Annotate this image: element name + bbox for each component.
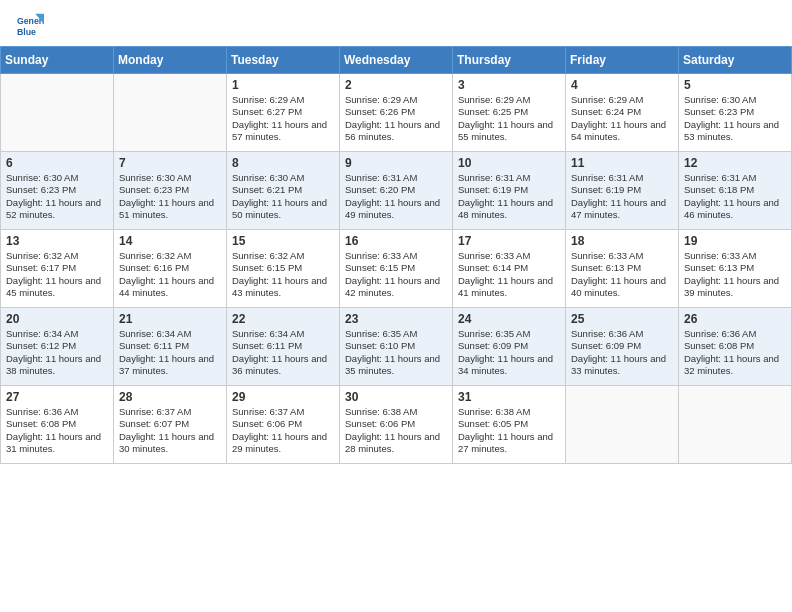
day-number: 3 <box>458 78 560 92</box>
day-info: Sunrise: 6:32 AMSunset: 6:16 PMDaylight:… <box>119 250 221 299</box>
calendar-cell: 3Sunrise: 6:29 AMSunset: 6:25 PMDaylight… <box>453 74 566 152</box>
calendar-cell: 24Sunrise: 6:35 AMSunset: 6:09 PMDayligh… <box>453 308 566 386</box>
day-info: Sunrise: 6:35 AMSunset: 6:09 PMDaylight:… <box>458 328 560 377</box>
header: General Blue <box>0 0 792 46</box>
day-number: 14 <box>119 234 221 248</box>
day-info: Sunrise: 6:37 AMSunset: 6:06 PMDaylight:… <box>232 406 334 455</box>
day-number: 5 <box>684 78 786 92</box>
day-number: 30 <box>345 390 447 404</box>
calendar-cell: 31Sunrise: 6:38 AMSunset: 6:05 PMDayligh… <box>453 386 566 464</box>
day-info: Sunrise: 6:36 AMSunset: 6:08 PMDaylight:… <box>684 328 786 377</box>
day-number: 11 <box>571 156 673 170</box>
weekday-header-monday: Monday <box>114 47 227 74</box>
calendar-week-row: 1Sunrise: 6:29 AMSunset: 6:27 PMDaylight… <box>1 74 792 152</box>
day-info: Sunrise: 6:38 AMSunset: 6:05 PMDaylight:… <box>458 406 560 455</box>
calendar-cell: 18Sunrise: 6:33 AMSunset: 6:13 PMDayligh… <box>566 230 679 308</box>
calendar-cell: 12Sunrise: 6:31 AMSunset: 6:18 PMDayligh… <box>679 152 792 230</box>
day-info: Sunrise: 6:34 AMSunset: 6:11 PMDaylight:… <box>232 328 334 377</box>
day-number: 23 <box>345 312 447 326</box>
calendar-cell: 17Sunrise: 6:33 AMSunset: 6:14 PMDayligh… <box>453 230 566 308</box>
calendar-cell: 25Sunrise: 6:36 AMSunset: 6:09 PMDayligh… <box>566 308 679 386</box>
calendar-week-row: 6Sunrise: 6:30 AMSunset: 6:23 PMDaylight… <box>1 152 792 230</box>
calendar-header-row: SundayMondayTuesdayWednesdayThursdayFrid… <box>1 47 792 74</box>
calendar-cell: 29Sunrise: 6:37 AMSunset: 6:06 PMDayligh… <box>227 386 340 464</box>
calendar-cell: 10Sunrise: 6:31 AMSunset: 6:19 PMDayligh… <box>453 152 566 230</box>
calendar-week-row: 20Sunrise: 6:34 AMSunset: 6:12 PMDayligh… <box>1 308 792 386</box>
day-info: Sunrise: 6:32 AMSunset: 6:17 PMDaylight:… <box>6 250 108 299</box>
logo-icon: General Blue <box>16 12 44 40</box>
day-number: 17 <box>458 234 560 248</box>
day-number: 13 <box>6 234 108 248</box>
calendar-cell: 11Sunrise: 6:31 AMSunset: 6:19 PMDayligh… <box>566 152 679 230</box>
day-number: 8 <box>232 156 334 170</box>
calendar-cell: 15Sunrise: 6:32 AMSunset: 6:15 PMDayligh… <box>227 230 340 308</box>
day-info: Sunrise: 6:29 AMSunset: 6:27 PMDaylight:… <box>232 94 334 143</box>
calendar-cell: 1Sunrise: 6:29 AMSunset: 6:27 PMDaylight… <box>227 74 340 152</box>
page: General Blue SundayMondayTuesdayWednesda… <box>0 0 792 612</box>
day-number: 24 <box>458 312 560 326</box>
calendar-cell: 22Sunrise: 6:34 AMSunset: 6:11 PMDayligh… <box>227 308 340 386</box>
day-info: Sunrise: 6:30 AMSunset: 6:23 PMDaylight:… <box>6 172 108 221</box>
day-info: Sunrise: 6:30 AMSunset: 6:21 PMDaylight:… <box>232 172 334 221</box>
day-info: Sunrise: 6:30 AMSunset: 6:23 PMDaylight:… <box>119 172 221 221</box>
day-number: 2 <box>345 78 447 92</box>
day-number: 12 <box>684 156 786 170</box>
day-info: Sunrise: 6:32 AMSunset: 6:15 PMDaylight:… <box>232 250 334 299</box>
day-number: 19 <box>684 234 786 248</box>
weekday-header-sunday: Sunday <box>1 47 114 74</box>
day-info: Sunrise: 6:33 AMSunset: 6:15 PMDaylight:… <box>345 250 447 299</box>
calendar-cell: 23Sunrise: 6:35 AMSunset: 6:10 PMDayligh… <box>340 308 453 386</box>
day-info: Sunrise: 6:29 AMSunset: 6:24 PMDaylight:… <box>571 94 673 143</box>
calendar-cell: 5Sunrise: 6:30 AMSunset: 6:23 PMDaylight… <box>679 74 792 152</box>
logo: General Blue <box>16 12 46 40</box>
day-info: Sunrise: 6:36 AMSunset: 6:09 PMDaylight:… <box>571 328 673 377</box>
day-info: Sunrise: 6:31 AMSunset: 6:19 PMDaylight:… <box>571 172 673 221</box>
weekday-header-friday: Friday <box>566 47 679 74</box>
day-number: 20 <box>6 312 108 326</box>
day-info: Sunrise: 6:33 AMSunset: 6:13 PMDaylight:… <box>684 250 786 299</box>
day-number: 26 <box>684 312 786 326</box>
day-number: 4 <box>571 78 673 92</box>
svg-text:Blue: Blue <box>17 27 36 37</box>
day-info: Sunrise: 6:30 AMSunset: 6:23 PMDaylight:… <box>684 94 786 143</box>
calendar-cell: 14Sunrise: 6:32 AMSunset: 6:16 PMDayligh… <box>114 230 227 308</box>
day-number: 29 <box>232 390 334 404</box>
calendar-cell: 16Sunrise: 6:33 AMSunset: 6:15 PMDayligh… <box>340 230 453 308</box>
day-number: 31 <box>458 390 560 404</box>
calendar-cell: 28Sunrise: 6:37 AMSunset: 6:07 PMDayligh… <box>114 386 227 464</box>
calendar-cell: 7Sunrise: 6:30 AMSunset: 6:23 PMDaylight… <box>114 152 227 230</box>
calendar-cell: 27Sunrise: 6:36 AMSunset: 6:08 PMDayligh… <box>1 386 114 464</box>
calendar-cell <box>566 386 679 464</box>
day-info: Sunrise: 6:35 AMSunset: 6:10 PMDaylight:… <box>345 328 447 377</box>
day-info: Sunrise: 6:34 AMSunset: 6:11 PMDaylight:… <box>119 328 221 377</box>
calendar-week-row: 27Sunrise: 6:36 AMSunset: 6:08 PMDayligh… <box>1 386 792 464</box>
day-number: 1 <box>232 78 334 92</box>
day-number: 15 <box>232 234 334 248</box>
day-info: Sunrise: 6:29 AMSunset: 6:26 PMDaylight:… <box>345 94 447 143</box>
day-number: 18 <box>571 234 673 248</box>
day-info: Sunrise: 6:37 AMSunset: 6:07 PMDaylight:… <box>119 406 221 455</box>
day-info: Sunrise: 6:33 AMSunset: 6:13 PMDaylight:… <box>571 250 673 299</box>
calendar-cell: 30Sunrise: 6:38 AMSunset: 6:06 PMDayligh… <box>340 386 453 464</box>
calendar-table: SundayMondayTuesdayWednesdayThursdayFrid… <box>0 46 792 464</box>
day-info: Sunrise: 6:29 AMSunset: 6:25 PMDaylight:… <box>458 94 560 143</box>
day-number: 7 <box>119 156 221 170</box>
weekday-header-tuesday: Tuesday <box>227 47 340 74</box>
day-info: Sunrise: 6:38 AMSunset: 6:06 PMDaylight:… <box>345 406 447 455</box>
day-info: Sunrise: 6:34 AMSunset: 6:12 PMDaylight:… <box>6 328 108 377</box>
calendar-cell: 21Sunrise: 6:34 AMSunset: 6:11 PMDayligh… <box>114 308 227 386</box>
calendar-cell: 13Sunrise: 6:32 AMSunset: 6:17 PMDayligh… <box>1 230 114 308</box>
day-number: 10 <box>458 156 560 170</box>
day-info: Sunrise: 6:31 AMSunset: 6:19 PMDaylight:… <box>458 172 560 221</box>
weekday-header-thursday: Thursday <box>453 47 566 74</box>
day-info: Sunrise: 6:31 AMSunset: 6:18 PMDaylight:… <box>684 172 786 221</box>
calendar-cell: 4Sunrise: 6:29 AMSunset: 6:24 PMDaylight… <box>566 74 679 152</box>
day-info: Sunrise: 6:33 AMSunset: 6:14 PMDaylight:… <box>458 250 560 299</box>
calendar-cell: 26Sunrise: 6:36 AMSunset: 6:08 PMDayligh… <box>679 308 792 386</box>
day-number: 27 <box>6 390 108 404</box>
day-number: 16 <box>345 234 447 248</box>
calendar-cell: 6Sunrise: 6:30 AMSunset: 6:23 PMDaylight… <box>1 152 114 230</box>
weekday-header-saturday: Saturday <box>679 47 792 74</box>
day-number: 22 <box>232 312 334 326</box>
day-info: Sunrise: 6:31 AMSunset: 6:20 PMDaylight:… <box>345 172 447 221</box>
